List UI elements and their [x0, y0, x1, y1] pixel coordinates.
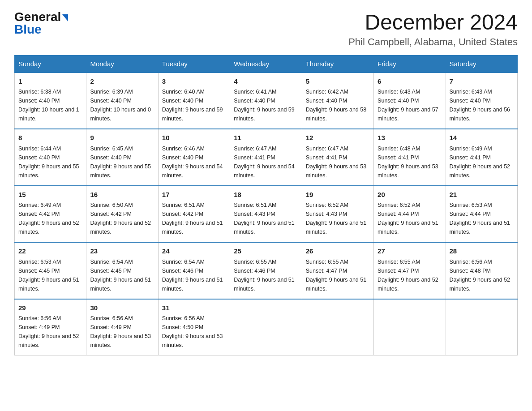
header-wednesday: Wednesday — [230, 55, 302, 73]
day-info: Sunrise: 6:43 AMSunset: 4:40 PMDaylight:… — [378, 87, 442, 123]
day-number: 14 — [450, 133, 514, 143]
day-number: 15 — [18, 190, 82, 200]
day-cell: 2 Sunrise: 6:39 AMSunset: 4:40 PMDayligh… — [86, 73, 158, 129]
day-info: Sunrise: 6:56 AMSunset: 4:49 PMDaylight:… — [90, 314, 154, 350]
day-number: 25 — [234, 246, 298, 257]
day-number: 7 — [450, 77, 514, 87]
day-cell — [374, 299, 446, 355]
day-cell: 23 Sunrise: 6:54 AMSunset: 4:45 PMDaylig… — [86, 242, 158, 299]
day-cell: 1 Sunrise: 6:38 AMSunset: 4:40 PMDayligh… — [15, 73, 86, 129]
day-info: Sunrise: 6:42 AMSunset: 4:40 PMDaylight:… — [306, 87, 370, 123]
day-cell: 30 Sunrise: 6:56 AMSunset: 4:49 PMDaylig… — [86, 299, 158, 355]
day-info: Sunrise: 6:53 AMSunset: 4:45 PMDaylight:… — [18, 257, 82, 293]
day-number: 3 — [162, 77, 226, 87]
day-cell: 7 Sunrise: 6:43 AMSunset: 4:40 PMDayligh… — [446, 73, 517, 129]
day-info: Sunrise: 6:39 AMSunset: 4:40 PMDaylight:… — [90, 87, 154, 123]
day-info: Sunrise: 6:56 AMSunset: 4:49 PMDaylight:… — [18, 314, 82, 350]
day-number: 19 — [306, 190, 370, 200]
day-cell: 3 Sunrise: 6:40 AMSunset: 4:40 PMDayligh… — [158, 73, 230, 129]
header-saturday: Saturday — [446, 55, 517, 73]
week-row-1: 1 Sunrise: 6:38 AMSunset: 4:40 PMDayligh… — [15, 73, 518, 129]
day-info: Sunrise: 6:55 AMSunset: 4:47 PMDaylight:… — [306, 257, 370, 293]
day-number: 10 — [162, 133, 226, 143]
day-number: 13 — [378, 133, 442, 143]
title-area: December 2024 Phil Campbell, Alabama, Un… — [348, 11, 518, 48]
day-number: 2 — [90, 77, 154, 87]
day-number: 21 — [450, 190, 514, 200]
day-info: Sunrise: 6:51 AMSunset: 4:42 PMDaylight:… — [162, 201, 226, 236]
day-cell: 22 Sunrise: 6:53 AMSunset: 4:45 PMDaylig… — [15, 242, 86, 299]
calendar-table: Sunday Monday Tuesday Wednesday Thursday… — [14, 55, 518, 356]
day-cell: 14 Sunrise: 6:49 AMSunset: 4:41 PMDaylig… — [446, 129, 517, 186]
day-info: Sunrise: 6:43 AMSunset: 4:40 PMDaylight:… — [450, 87, 514, 123]
day-info: Sunrise: 6:41 AMSunset: 4:40 PMDaylight:… — [234, 87, 298, 123]
day-cell: 17 Sunrise: 6:51 AMSunset: 4:42 PMDaylig… — [158, 186, 230, 243]
day-number: 29 — [18, 303, 82, 313]
header-tuesday: Tuesday — [158, 55, 230, 73]
day-cell: 8 Sunrise: 6:44 AMSunset: 4:40 PMDayligh… — [15, 129, 86, 186]
day-cell: 25 Sunrise: 6:55 AMSunset: 4:46 PMDaylig… — [230, 242, 302, 299]
day-cell: 5 Sunrise: 6:42 AMSunset: 4:40 PMDayligh… — [302, 73, 373, 129]
day-cell: 20 Sunrise: 6:52 AMSunset: 4:44 PMDaylig… — [374, 186, 446, 243]
day-info: Sunrise: 6:49 AMSunset: 4:41 PMDaylight:… — [450, 144, 514, 180]
day-info: Sunrise: 6:50 AMSunset: 4:42 PMDaylight:… — [90, 201, 154, 236]
day-info: Sunrise: 6:55 AMSunset: 4:47 PMDaylight:… — [378, 257, 442, 293]
day-info: Sunrise: 6:49 AMSunset: 4:42 PMDaylight:… — [18, 201, 82, 236]
day-cell: 11 Sunrise: 6:47 AMSunset: 4:41 PMDaylig… — [230, 129, 302, 186]
day-info: Sunrise: 6:55 AMSunset: 4:46 PMDaylight:… — [234, 257, 298, 293]
day-info: Sunrise: 6:56 AMSunset: 4:48 PMDaylight:… — [450, 257, 514, 293]
day-number: 31 — [162, 303, 226, 313]
logo-arrow-icon — [62, 14, 68, 21]
day-number: 26 — [306, 246, 370, 257]
day-info: Sunrise: 6:53 AMSunset: 4:44 PMDaylight:… — [450, 201, 514, 236]
calendar-header-row: Sunday Monday Tuesday Wednesday Thursday… — [15, 55, 518, 73]
day-number: 30 — [90, 303, 154, 313]
day-info: Sunrise: 6:48 AMSunset: 4:41 PMDaylight:… — [378, 144, 442, 180]
day-cell: 27 Sunrise: 6:55 AMSunset: 4:47 PMDaylig… — [374, 242, 446, 299]
day-number: 22 — [18, 246, 82, 257]
day-number: 17 — [162, 190, 226, 200]
week-row-4: 22 Sunrise: 6:53 AMSunset: 4:45 PMDaylig… — [15, 242, 518, 299]
day-cell: 12 Sunrise: 6:47 AMSunset: 4:41 PMDaylig… — [302, 129, 373, 186]
day-info: Sunrise: 6:47 AMSunset: 4:41 PMDaylight:… — [234, 144, 298, 180]
day-number: 16 — [90, 190, 154, 200]
logo: General Blue — [14, 11, 68, 36]
day-cell — [302, 299, 373, 355]
day-info: Sunrise: 6:47 AMSunset: 4:41 PMDaylight:… — [306, 144, 370, 180]
day-number: 23 — [90, 246, 154, 257]
day-cell: 28 Sunrise: 6:56 AMSunset: 4:48 PMDaylig… — [446, 242, 517, 299]
day-number: 27 — [378, 246, 442, 257]
week-row-5: 29 Sunrise: 6:56 AMSunset: 4:49 PMDaylig… — [15, 299, 518, 355]
day-cell: 16 Sunrise: 6:50 AMSunset: 4:42 PMDaylig… — [86, 186, 158, 243]
day-info: Sunrise: 6:52 AMSunset: 4:43 PMDaylight:… — [306, 201, 370, 236]
day-cell: 21 Sunrise: 6:53 AMSunset: 4:44 PMDaylig… — [446, 186, 517, 243]
logo-blue-text: Blue — [14, 23, 42, 36]
day-number: 20 — [378, 190, 442, 200]
day-cell: 31 Sunrise: 6:56 AMSunset: 4:50 PMDaylig… — [158, 299, 230, 355]
day-info: Sunrise: 6:45 AMSunset: 4:40 PMDaylight:… — [90, 144, 154, 180]
day-number: 6 — [378, 77, 442, 87]
day-number: 4 — [234, 77, 298, 87]
day-info: Sunrise: 6:52 AMSunset: 4:44 PMDaylight:… — [378, 201, 442, 236]
day-cell: 15 Sunrise: 6:49 AMSunset: 4:42 PMDaylig… — [15, 186, 86, 243]
location-title: Phil Campbell, Alabama, United States — [348, 36, 518, 48]
day-number: 5 — [306, 77, 370, 87]
header-monday: Monday — [86, 55, 158, 73]
day-number: 9 — [90, 133, 154, 143]
day-cell: 19 Sunrise: 6:52 AMSunset: 4:43 PMDaylig… — [302, 186, 373, 243]
page-header: General Blue December 2024 Phil Campbell… — [14, 11, 518, 48]
day-cell: 9 Sunrise: 6:45 AMSunset: 4:40 PMDayligh… — [86, 129, 158, 186]
day-number: 11 — [234, 133, 298, 143]
header-sunday: Sunday — [15, 55, 86, 73]
day-cell: 13 Sunrise: 6:48 AMSunset: 4:41 PMDaylig… — [374, 129, 446, 186]
day-info: Sunrise: 6:51 AMSunset: 4:43 PMDaylight:… — [234, 201, 298, 236]
day-cell — [230, 299, 302, 355]
day-info: Sunrise: 6:44 AMSunset: 4:40 PMDaylight:… — [18, 144, 82, 180]
week-row-2: 8 Sunrise: 6:44 AMSunset: 4:40 PMDayligh… — [15, 129, 518, 186]
day-info: Sunrise: 6:40 AMSunset: 4:40 PMDaylight:… — [162, 87, 226, 123]
day-number: 24 — [162, 246, 226, 257]
day-cell: 6 Sunrise: 6:43 AMSunset: 4:40 PMDayligh… — [374, 73, 446, 129]
day-info: Sunrise: 6:38 AMSunset: 4:40 PMDaylight:… — [18, 87, 82, 123]
header-friday: Friday — [374, 55, 446, 73]
day-cell: 29 Sunrise: 6:56 AMSunset: 4:49 PMDaylig… — [15, 299, 86, 355]
